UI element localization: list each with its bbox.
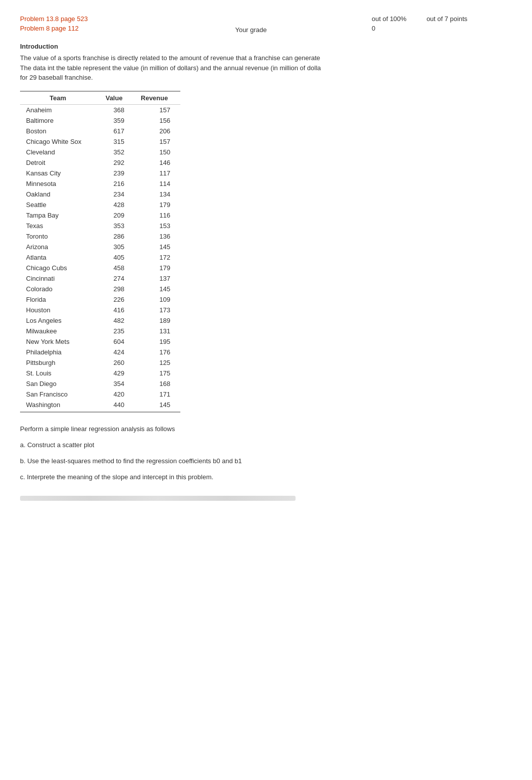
cell-team: Arizona [20, 242, 100, 252]
table-row: Cleveland352150 [20, 147, 180, 157]
cell-team: Pittsburgh [20, 357, 100, 368]
table-row: Chicago White Sox315157 [20, 136, 180, 147]
col-header-team: Team [20, 91, 100, 105]
cell-team: San Diego [20, 378, 100, 389]
table-row: Anaheim368157 [20, 104, 180, 115]
cell-revenue: 116 [134, 210, 180, 221]
table-row: Pittsburgh260125 [20, 357, 180, 368]
cell-value: 420 [100, 389, 134, 400]
table-row: Los Angeles482189 [20, 315, 180, 326]
table-row: Seattle428179 [20, 200, 180, 210]
cell-value: 458 [100, 263, 134, 273]
cell-team: San Francisco [20, 389, 100, 400]
cell-revenue: 153 [134, 221, 180, 231]
cell-revenue: 150 [134, 147, 180, 157]
cell-team: Boston [20, 126, 100, 136]
cell-revenue: 145 [134, 400, 180, 412]
table-row: Philadelphia424176 [20, 347, 180, 357]
problem-links: Problem 13.8 page 523 Problem 8 page 112 [20, 15, 130, 32]
cell-value: 440 [100, 400, 134, 412]
cell-value: 286 [100, 231, 134, 242]
instruction-intro: Perform a simple linear regression analy… [20, 423, 512, 436]
table-row: Tampa Bay209116 [20, 210, 180, 221]
cell-team: Toronto [20, 231, 100, 242]
cell-team: Anaheim [20, 104, 100, 115]
cell-revenue: 157 [134, 136, 180, 147]
grade-info: out of 100% out of 7 points 0 [372, 15, 512, 32]
problem-link-2[interactable]: Problem 8 page 112 [20, 25, 130, 32]
table-row: Chicago Cubs458179 [20, 263, 180, 273]
table-row: Cincinnati274137 [20, 273, 180, 284]
cell-revenue: 195 [134, 336, 180, 347]
instruction-c: c. Interprete the meaning of the slope a… [20, 471, 512, 484]
cell-revenue: 156 [134, 115, 180, 126]
cell-value: 424 [100, 347, 134, 357]
cell-team: Oakland [20, 189, 100, 200]
cell-revenue: 114 [134, 178, 180, 189]
cell-revenue: 206 [134, 126, 180, 136]
cell-team: Detroit [20, 157, 100, 168]
cell-team: Cincinnati [20, 273, 100, 284]
cell-value: 234 [100, 189, 134, 200]
table-row: San Diego354168 [20, 378, 180, 389]
cell-value: 428 [100, 200, 134, 210]
intro-line1: The value of a sports franchise is direc… [20, 54, 320, 62]
cell-revenue: 179 [134, 200, 180, 210]
data-table: Team Value Revenue Anaheim368157Baltimor… [20, 91, 180, 413]
cell-revenue: 131 [134, 326, 180, 336]
intro-title: Introduction [20, 43, 512, 50]
cell-value: 292 [100, 157, 134, 168]
cell-revenue: 176 [134, 347, 180, 357]
table-row: Kansas City239117 [20, 168, 180, 178]
cell-team: Minnesota [20, 178, 100, 189]
cell-team: Philadelphia [20, 347, 100, 357]
cell-revenue: 109 [134, 294, 180, 305]
table-row: Milwaukee235131 [20, 326, 180, 336]
cell-value: 235 [100, 326, 134, 336]
table-row: New York Mets604195 [20, 336, 180, 347]
cell-revenue: 189 [134, 315, 180, 326]
cell-value: 604 [100, 336, 134, 347]
cell-revenue: 146 [134, 157, 180, 168]
cell-value: 352 [100, 147, 134, 157]
cell-value: 353 [100, 221, 134, 231]
cell-revenue: 137 [134, 273, 180, 284]
cell-value: 305 [100, 242, 134, 252]
cell-revenue: 175 [134, 368, 180, 378]
cell-team: Tampa Bay [20, 210, 100, 221]
cell-revenue: 157 [134, 104, 180, 115]
intro-line3: for 29 baseball franchise. [20, 74, 93, 81]
cell-value: 482 [100, 315, 134, 326]
cell-team: Chicago Cubs [20, 263, 100, 273]
cell-team: Baltimore [20, 115, 100, 126]
cell-value: 209 [100, 210, 134, 221]
cell-value: 416 [100, 305, 134, 315]
intro-text: The value of a sports franchise is direc… [20, 53, 371, 83]
table-row: Minnesota216114 [20, 178, 180, 189]
cell-value: 216 [100, 178, 134, 189]
table-row: Florida226109 [20, 294, 180, 305]
cell-team: Kansas City [20, 168, 100, 178]
cell-revenue: 145 [134, 242, 180, 252]
instruction-b: b. Use the least-squares method to find … [20, 455, 512, 468]
cell-value: 315 [100, 136, 134, 147]
table-row: Houston416173 [20, 305, 180, 315]
cell-revenue: 173 [134, 305, 180, 315]
cell-team: Seattle [20, 200, 100, 210]
table-row: Detroit292146 [20, 157, 180, 168]
cell-revenue: 172 [134, 252, 180, 263]
cell-value: 617 [100, 126, 134, 136]
cell-revenue: 134 [134, 189, 180, 200]
table-row: Boston617206 [20, 126, 180, 136]
instruction-a: a. Construct a scatter plot [20, 439, 512, 452]
cell-team: Houston [20, 305, 100, 315]
problem-link-1[interactable]: Problem 13.8 page 523 [20, 15, 130, 23]
table-row: Washington440145 [20, 400, 180, 412]
cell-revenue: 125 [134, 357, 180, 368]
cell-value: 298 [100, 284, 134, 294]
bottom-decoration [20, 496, 296, 501]
cell-revenue: 136 [134, 231, 180, 242]
table-header-row: Team Value Revenue [20, 91, 180, 105]
table-row: Arizona305145 [20, 242, 180, 252]
cell-value: 226 [100, 294, 134, 305]
